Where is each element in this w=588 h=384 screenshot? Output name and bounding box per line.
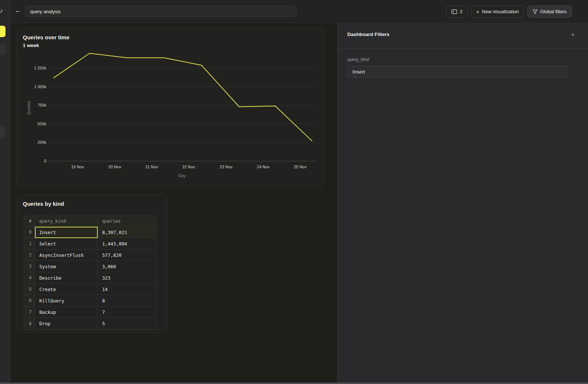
row-index-cell: 6 (24, 295, 35, 306)
x-axis-title: Day (171, 173, 193, 178)
global-filters-label: Global filters (540, 9, 567, 14)
queries-by-kind-card[interactable]: Queries by kind # query_kind queries 0In… (17, 194, 167, 333)
dashboard-filters-panel: Dashboard Filters × query_kindInsert (337, 23, 588, 384)
query-kind-cell[interactable]: AsyncInsertFlush (35, 250, 98, 261)
dashboard-canvas: Queries over time 1 week Queries 1 250k1… (10, 23, 337, 384)
column-header-index[interactable]: # (24, 216, 35, 227)
plus-icon: + (476, 8, 480, 15)
topbar-actions: 2 + New visualization Global filters (446, 6, 572, 18)
queries-value-cell[interactable]: 323 (98, 272, 156, 284)
queries-table: # query_kind queries 0Insert8,307,0211Se… (24, 216, 157, 330)
chart-title: Queries over time (23, 34, 69, 40)
filter-value-input[interactable]: Insert (347, 66, 568, 78)
query-kind-cell[interactable]: Drop (35, 318, 98, 329)
y-axis-tick-label: 750k (37, 103, 46, 108)
sql-console-count-button[interactable]: 2 (446, 6, 467, 18)
top-bar: ← 2 + New visualization Global filters (10, 0, 588, 23)
filter-fields: query_kindInsert (347, 57, 568, 78)
query-kind-cell[interactable]: Backup (35, 306, 98, 318)
console-count-label: 2 (460, 9, 462, 14)
back-button[interactable]: ← (15, 7, 21, 14)
y-axis-tick-label: 1 000k (34, 84, 46, 89)
x-axis-tick-label: 22 Nov (182, 165, 195, 169)
row-index-cell: 0 (24, 227, 35, 238)
column-header-query-kind[interactable]: query_kind (35, 216, 98, 227)
y-axis-tick-label: 500k (37, 121, 46, 126)
query-kind-cell[interactable]: Insert (35, 227, 98, 238)
query-kind-cell[interactable]: System (35, 261, 98, 272)
queries-value-cell[interactable]: 8 (98, 295, 156, 306)
queries-value-cell[interactable]: 3,060 (98, 261, 156, 272)
row-index-cell: 8 (24, 318, 35, 329)
query-kind-cell[interactable]: Select (35, 238, 98, 250)
x-axis-tick-label: 25 Nov (294, 165, 306, 169)
filter-funnel-icon (533, 9, 538, 14)
queries-value-cell[interactable]: 577,820 (98, 250, 156, 261)
x-axis-tick-label: 23 Nov (220, 165, 233, 169)
query-kind-cell[interactable]: Describe (35, 272, 98, 284)
x-axis-tick-label: 19 Nov (71, 165, 84, 169)
queries-over-time-card[interactable]: Queries over time 1 week Queries 1 250k1… (17, 28, 325, 186)
panel-divider (338, 48, 588, 49)
queries-value-cell[interactable]: 8,307,021 (98, 227, 156, 238)
sidebar-item[interactable] (0, 43, 6, 55)
close-icon[interactable]: × (570, 32, 576, 38)
x-axis-tick-label: 24 Nov (257, 165, 270, 169)
row-index-cell: 5 (24, 284, 35, 295)
y-axis-tick-label: 0 (44, 158, 46, 164)
row-index-cell: 3 (24, 261, 35, 272)
sidebar-item-active[interactable] (0, 26, 6, 37)
global-filters-button[interactable]: Global filters (527, 6, 572, 18)
window-bottom-edge (0, 383, 588, 384)
filters-panel-title: Dashboard Filters (347, 32, 390, 37)
row-index-cell: 1 (24, 238, 35, 250)
query-kind-cell[interactable]: Create (35, 284, 98, 295)
new-visualization-button[interactable]: + New visualization (471, 6, 524, 18)
row-index-cell: 7 (24, 306, 35, 318)
queries-value-cell[interactable]: 5 (98, 318, 156, 329)
x-axis-tick-label: 20 Nov (108, 165, 121, 169)
y-axis-labels: 1 250k1 000k750k500k250k0 (19, 52, 46, 161)
filter-field-label: query_kind (347, 57, 568, 62)
series-line (54, 53, 312, 141)
y-axis-tick-label: 1 250k (34, 65, 46, 71)
dashboard-title-input[interactable] (25, 6, 297, 17)
row-index-cell: 2 (24, 250, 35, 261)
x-axis-tick-label: 21 Nov (145, 165, 158, 169)
queries-value-cell[interactable]: 7 (98, 306, 156, 318)
row-index-cell: 4 (24, 272, 35, 284)
sidebar-item[interactable] (0, 126, 6, 138)
column-header-queries[interactable]: queries (98, 216, 156, 227)
line-chart[interactable] (48, 52, 316, 161)
x-axis-labels: 19 Nov20 Nov21 Nov22 Nov23 Nov24 Nov25 N… (48, 165, 316, 171)
queries-value-cell[interactable]: 14 (98, 284, 156, 295)
queries-value-cell[interactable]: 1,443,894 (98, 238, 156, 250)
left-sidebar: ↻ (0, 0, 10, 384)
query-kind-cell[interactable]: KillQuery (35, 295, 98, 306)
chart-subtitle: 1 week (23, 43, 39, 48)
table-title: Queries by kind (23, 201, 64, 207)
y-axis-tick-label: 250k (37, 140, 46, 145)
console-icon (451, 9, 457, 14)
refresh-icon[interactable]: ↻ (0, 7, 3, 14)
new-visualization-label: New visualization (482, 9, 519, 14)
